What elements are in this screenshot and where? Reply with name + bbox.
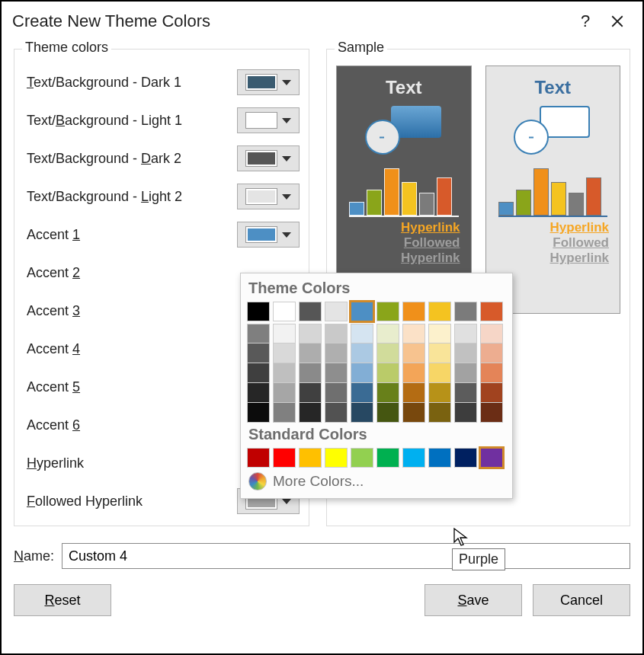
theme-shade-swatch[interactable] bbox=[402, 403, 425, 423]
theme-shade-swatch[interactable] bbox=[428, 383, 451, 403]
theme-color-swatch[interactable] bbox=[376, 302, 399, 321]
theme-shade-swatch[interactable] bbox=[247, 324, 270, 343]
color-dropdown[interactable] bbox=[237, 184, 300, 209]
theme-shade-swatch[interactable] bbox=[376, 324, 399, 343]
theme-shade-swatch[interactable] bbox=[428, 343, 451, 363]
theme-color-swatch[interactable] bbox=[247, 302, 270, 321]
sample-bar bbox=[367, 190, 382, 216]
theme-shade-swatch[interactable] bbox=[428, 403, 451, 423]
theme-shade-swatch[interactable] bbox=[273, 403, 296, 423]
theme-shade-swatch[interactable] bbox=[247, 343, 270, 363]
theme-shade-swatch[interactable] bbox=[299, 363, 322, 383]
theme-shade-swatch[interactable] bbox=[376, 403, 399, 423]
standard-color-swatch[interactable] bbox=[376, 448, 399, 468]
save-button[interactable]: Save bbox=[425, 584, 522, 616]
theme-color-swatch[interactable] bbox=[402, 302, 425, 321]
theme-color-swatch[interactable] bbox=[428, 302, 451, 321]
theme-color-swatch[interactable] bbox=[351, 302, 373, 321]
theme-shade-swatch[interactable] bbox=[247, 383, 270, 403]
color-dropdown[interactable] bbox=[237, 145, 300, 171]
theme-shade-swatch[interactable] bbox=[325, 343, 348, 363]
theme-shade-swatch[interactable] bbox=[351, 343, 373, 363]
theme-shade-swatch[interactable] bbox=[325, 324, 348, 343]
theme-color-swatch[interactable] bbox=[299, 302, 322, 321]
theme-shade-swatch[interactable] bbox=[273, 363, 296, 383]
theme-shade-swatch[interactable] bbox=[428, 363, 451, 383]
theme-shade-swatch[interactable] bbox=[351, 363, 373, 383]
picker-theme-heading: Theme Colors bbox=[248, 280, 505, 297]
theme-shade-swatch[interactable] bbox=[299, 324, 322, 343]
standard-color-swatch[interactable] bbox=[402, 448, 425, 468]
theme-shade-swatch[interactable] bbox=[480, 363, 503, 383]
theme-shade-swatch[interactable] bbox=[402, 383, 425, 403]
theme-shade-swatch[interactable] bbox=[273, 343, 296, 363]
color-dropdown[interactable] bbox=[237, 107, 300, 133]
theme-shade-swatch[interactable] bbox=[376, 363, 399, 383]
theme-shade-swatch[interactable] bbox=[325, 403, 348, 423]
theme-shade-swatch[interactable] bbox=[454, 403, 477, 423]
theme-shade-swatch[interactable] bbox=[480, 403, 503, 423]
theme-color-swatch[interactable] bbox=[454, 302, 477, 321]
theme-shade-swatch[interactable] bbox=[273, 383, 296, 403]
theme-shade-swatch[interactable] bbox=[299, 403, 322, 423]
sample-text-dark: Text bbox=[344, 77, 463, 98]
sample-bar bbox=[586, 177, 601, 216]
reset-button[interactable]: Reset bbox=[14, 584, 111, 616]
theme-color-swatch[interactable] bbox=[325, 302, 348, 321]
theme-shade-swatch[interactable] bbox=[454, 363, 477, 383]
color-dropdown[interactable] bbox=[237, 222, 300, 248]
standard-color-swatch[interactable] bbox=[480, 448, 503, 468]
caret-down-icon bbox=[282, 194, 291, 200]
theme-shade-swatch[interactable] bbox=[402, 343, 425, 363]
sample-bar bbox=[437, 177, 452, 216]
sample-hyperlink-light: Hyperlink bbox=[494, 220, 613, 235]
standard-color-swatch[interactable] bbox=[351, 448, 373, 468]
theme-shade-swatch[interactable] bbox=[480, 383, 503, 403]
theme-shade-swatch[interactable] bbox=[376, 383, 399, 403]
theme-color-row: Text/Background - Dark 1 bbox=[24, 69, 300, 96]
theme-shade-swatch[interactable] bbox=[454, 324, 477, 343]
theme-color-row: Accent 1 bbox=[24, 221, 300, 248]
standard-color-swatch[interactable] bbox=[454, 448, 477, 468]
theme-color-swatch[interactable] bbox=[273, 302, 296, 321]
color-dropdown[interactable] bbox=[237, 69, 300, 95]
more-colors-button[interactable]: More Colors... bbox=[247, 471, 506, 492]
sample-bar bbox=[533, 168, 549, 216]
help-button[interactable]: ? bbox=[569, 8, 601, 35]
name-input[interactable] bbox=[62, 543, 630, 569]
cancel-button[interactable]: Cancel bbox=[533, 584, 630, 616]
theme-shade-swatch[interactable] bbox=[402, 363, 425, 383]
caret-down-icon bbox=[282, 232, 291, 238]
close-button[interactable] bbox=[601, 8, 633, 35]
theme-shade-swatch[interactable] bbox=[247, 403, 270, 423]
standard-color-swatch[interactable] bbox=[325, 448, 348, 468]
standard-color-swatch[interactable] bbox=[299, 448, 322, 468]
standard-color-swatch[interactable] bbox=[247, 448, 270, 468]
theme-color-swatch[interactable] bbox=[480, 302, 503, 321]
theme-shade-swatch[interactable] bbox=[351, 403, 373, 423]
theme-shade-swatch[interactable] bbox=[402, 324, 425, 343]
theme-color-label: Text/Background - Dark 1 bbox=[24, 75, 237, 91]
theme-shade-swatch[interactable] bbox=[454, 383, 477, 403]
theme-shade-swatch[interactable] bbox=[299, 343, 322, 363]
sample-bar bbox=[569, 193, 584, 216]
titlebar: Create New Theme Colors ? bbox=[2, 2, 642, 44]
theme-shade-swatch[interactable] bbox=[351, 383, 373, 403]
theme-shade-swatch[interactable] bbox=[325, 383, 348, 403]
theme-shade-swatch[interactable] bbox=[454, 343, 477, 363]
theme-shade-swatch[interactable] bbox=[480, 324, 503, 343]
theme-color-row: Text/Background - Dark 2 bbox=[24, 145, 300, 172]
theme-color-label: Text/Background - Light 1 bbox=[24, 113, 237, 129]
theme-shade-swatch[interactable] bbox=[273, 324, 296, 343]
theme-shade-swatch[interactable] bbox=[376, 343, 399, 363]
sample-bar bbox=[551, 182, 566, 216]
standard-color-swatch[interactable] bbox=[273, 448, 296, 468]
theme-shade-swatch[interactable] bbox=[480, 343, 503, 363]
theme-color-row: Text/Background - Light 2 bbox=[24, 183, 300, 210]
theme-shade-swatch[interactable] bbox=[247, 363, 270, 383]
theme-shade-swatch[interactable] bbox=[325, 363, 348, 383]
theme-shade-swatch[interactable] bbox=[299, 383, 322, 403]
standard-color-swatch[interactable] bbox=[428, 448, 451, 468]
theme-shade-swatch[interactable] bbox=[351, 324, 373, 343]
theme-shade-swatch[interactable] bbox=[428, 324, 451, 343]
